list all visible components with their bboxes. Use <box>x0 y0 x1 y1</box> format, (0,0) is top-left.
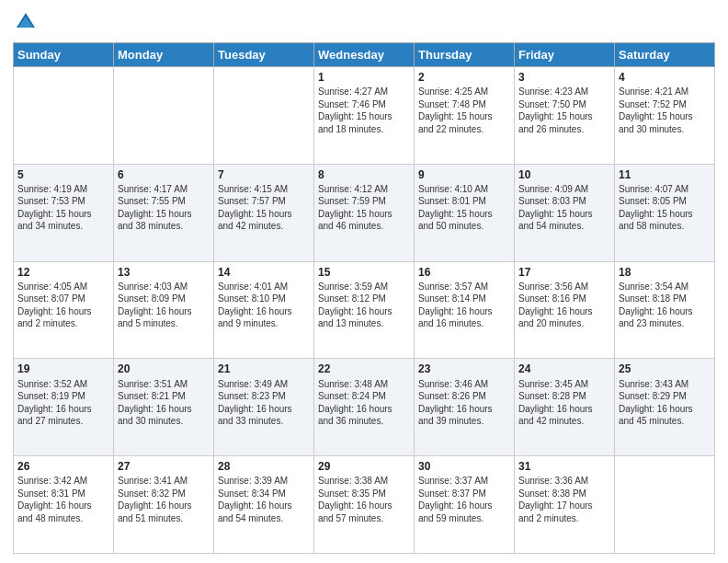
day-info: Sunrise: 3:38 AM <box>318 475 410 488</box>
day-info: Sunset: 7:53 PM <box>17 195 109 208</box>
weekday-header-tuesday: Tuesday <box>214 43 314 67</box>
day-info: Sunrise: 3:48 AM <box>318 378 410 391</box>
day-number: 26 <box>17 459 109 474</box>
calendar-cell: 1Sunrise: 4:27 AMSunset: 7:46 PMDaylight… <box>314 67 415 165</box>
day-info: Sunset: 8:35 PM <box>318 488 410 500</box>
weekday-header-monday: Monday <box>114 43 214 67</box>
day-info: Sunset: 8:26 PM <box>418 390 510 403</box>
day-info: Daylight: 15 hours and 50 minutes. <box>418 208 510 233</box>
day-info: Sunset: 8:37 PM <box>418 488 510 500</box>
day-info: Daylight: 15 hours and 38 minutes. <box>118 208 210 233</box>
day-number: 31 <box>518 459 610 474</box>
calendar-cell: 19Sunrise: 3:52 AMSunset: 8:19 PMDayligh… <box>14 359 114 456</box>
day-info: Sunrise: 4:07 AM <box>619 183 711 196</box>
day-info: Daylight: 15 hours and 22 minutes. <box>418 110 510 135</box>
day-number: 19 <box>17 362 109 376</box>
day-info: Sunset: 8:29 PM <box>619 390 711 403</box>
day-info: Sunset: 7:59 PM <box>318 195 410 208</box>
calendar-cell: 16Sunrise: 3:57 AMSunset: 8:14 PMDayligh… <box>415 261 515 359</box>
page: SundayMondayTuesdayWednesdayThursdayFrid… <box>0 0 728 563</box>
day-info: Daylight: 15 hours and 18 minutes. <box>318 110 410 135</box>
day-number: 5 <box>17 167 109 182</box>
day-info: Daylight: 16 hours and 39 minutes. <box>418 403 510 428</box>
calendar-cell: 24Sunrise: 3:45 AMSunset: 8:28 PMDayligh… <box>515 359 615 456</box>
day-info: Sunset: 8:21 PM <box>118 390 210 403</box>
day-info: Sunset: 7:46 PM <box>318 98 410 111</box>
calendar-cell: 14Sunrise: 4:01 AMSunset: 8:10 PMDayligh… <box>214 261 314 359</box>
day-number: 27 <box>118 459 210 474</box>
calendar-table: SundayMondayTuesdayWednesdayThursdayFrid… <box>13 42 715 554</box>
day-info: Sunrise: 4:17 AM <box>118 183 210 196</box>
day-info: Sunset: 8:19 PM <box>17 390 109 403</box>
day-info: Daylight: 16 hours and 16 minutes. <box>418 305 510 330</box>
day-info: Sunrise: 3:59 AM <box>318 281 410 293</box>
day-number: 18 <box>619 265 711 280</box>
day-info: Daylight: 15 hours and 34 minutes. <box>17 208 109 233</box>
calendar-week-1: 5Sunrise: 4:19 AMSunset: 7:53 PMDaylight… <box>14 164 715 261</box>
day-info: Sunrise: 3:45 AM <box>518 378 610 391</box>
day-info: Sunrise: 3:39 AM <box>218 475 310 488</box>
calendar-week-3: 19Sunrise: 3:52 AMSunset: 8:19 PMDayligh… <box>14 359 715 456</box>
calendar-cell: 15Sunrise: 3:59 AMSunset: 8:12 PMDayligh… <box>314 261 415 359</box>
day-info: Sunset: 7:57 PM <box>218 195 310 208</box>
calendar-cell: 8Sunrise: 4:12 AMSunset: 7:59 PMDaylight… <box>314 164 415 261</box>
day-info: Sunrise: 3:51 AM <box>118 378 210 391</box>
day-info: Sunrise: 4:05 AM <box>17 281 109 293</box>
day-info: Sunrise: 3:57 AM <box>418 281 510 293</box>
day-info: Daylight: 16 hours and 30 minutes. <box>118 403 210 428</box>
day-info: Sunrise: 3:54 AM <box>619 281 711 293</box>
calendar-cell: 23Sunrise: 3:46 AMSunset: 8:26 PMDayligh… <box>415 359 515 456</box>
day-info: Sunset: 8:10 PM <box>218 293 310 305</box>
day-number: 20 <box>118 362 210 376</box>
day-info: Sunset: 8:03 PM <box>518 195 610 208</box>
logo-icon <box>13 9 39 35</box>
day-info: Sunrise: 4:01 AM <box>218 281 310 293</box>
calendar-body: 1Sunrise: 4:27 AMSunset: 7:46 PMDaylight… <box>14 67 715 554</box>
day-info: Daylight: 16 hours and 33 minutes. <box>218 403 310 428</box>
day-info: Daylight: 15 hours and 46 minutes. <box>318 208 410 233</box>
day-info: Sunrise: 4:12 AM <box>318 183 410 196</box>
calendar-cell: 7Sunrise: 4:15 AMSunset: 7:57 PMDaylight… <box>214 164 314 261</box>
calendar-week-4: 26Sunrise: 3:42 AMSunset: 8:31 PMDayligh… <box>14 456 715 554</box>
calendar-cell: 10Sunrise: 4:09 AMSunset: 8:03 PMDayligh… <box>515 164 615 261</box>
calendar-cell: 13Sunrise: 4:03 AMSunset: 8:09 PMDayligh… <box>114 261 214 359</box>
day-info: Daylight: 16 hours and 51 minutes. <box>118 500 210 524</box>
day-number: 22 <box>318 362 410 376</box>
day-number: 28 <box>218 459 310 474</box>
day-info: Daylight: 15 hours and 54 minutes. <box>518 208 610 233</box>
day-info: Sunrise: 3:46 AM <box>418 378 510 391</box>
day-info: Sunrise: 3:52 AM <box>17 378 109 391</box>
calendar-cell: 12Sunrise: 4:05 AMSunset: 8:07 PMDayligh… <box>14 261 114 359</box>
day-number: 15 <box>318 265 410 280</box>
day-info: Sunset: 7:48 PM <box>418 98 510 111</box>
day-number: 16 <box>418 265 510 280</box>
day-number: 9 <box>418 167 510 182</box>
day-info: Daylight: 16 hours and 5 minutes. <box>118 305 210 330</box>
day-info: Sunset: 8:28 PM <box>518 390 610 403</box>
day-info: Sunrise: 3:49 AM <box>218 378 310 391</box>
day-info: Daylight: 16 hours and 54 minutes. <box>218 500 310 524</box>
calendar-cell: 3Sunrise: 4:23 AMSunset: 7:50 PMDaylight… <box>515 67 615 165</box>
day-info: Daylight: 16 hours and 13 minutes. <box>318 305 410 330</box>
day-number: 10 <box>518 167 610 182</box>
weekday-header-wednesday: Wednesday <box>314 43 415 67</box>
calendar-week-0: 1Sunrise: 4:27 AMSunset: 7:46 PMDaylight… <box>14 67 715 165</box>
day-number: 25 <box>619 362 711 376</box>
day-info: Daylight: 15 hours and 26 minutes. <box>518 110 610 135</box>
day-info: Sunrise: 3:42 AM <box>17 475 109 488</box>
calendar-cell <box>114 67 214 165</box>
calendar-week-2: 12Sunrise: 4:05 AMSunset: 8:07 PMDayligh… <box>14 261 715 359</box>
weekday-row: SundayMondayTuesdayWednesdayThursdayFrid… <box>14 43 715 67</box>
day-info: Daylight: 16 hours and 9 minutes. <box>218 305 310 330</box>
calendar-cell: 26Sunrise: 3:42 AMSunset: 8:31 PMDayligh… <box>14 456 114 554</box>
day-info: Sunset: 8:12 PM <box>318 293 410 305</box>
calendar-cell: 2Sunrise: 4:25 AMSunset: 7:48 PMDaylight… <box>415 67 515 165</box>
calendar-cell: 22Sunrise: 3:48 AMSunset: 8:24 PMDayligh… <box>314 359 415 456</box>
day-info: Daylight: 16 hours and 36 minutes. <box>318 403 410 428</box>
calendar-cell: 6Sunrise: 4:17 AMSunset: 7:55 PMDaylight… <box>114 164 214 261</box>
calendar-cell <box>214 67 314 165</box>
day-info: Daylight: 15 hours and 42 minutes. <box>218 208 310 233</box>
day-number: 17 <box>518 265 610 280</box>
day-info: Sunset: 8:07 PM <box>17 293 109 305</box>
calendar-cell: 5Sunrise: 4:19 AMSunset: 7:53 PMDaylight… <box>14 164 114 261</box>
